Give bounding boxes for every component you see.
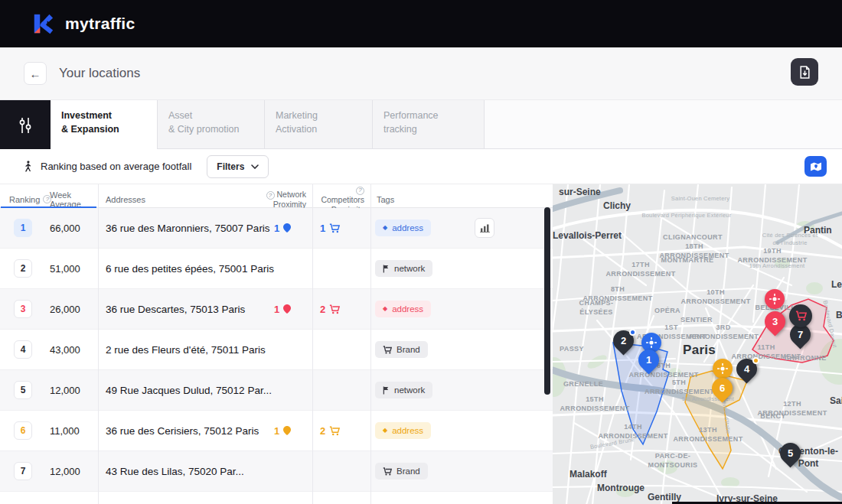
target-marker-yellow[interactable] bbox=[713, 359, 733, 379]
locations-table: Ranking ? Week Average Addresses ? Netwo… bbox=[0, 184, 553, 504]
week-average-cell: 66,000 bbox=[50, 223, 98, 234]
map-label: Saint-Ouen Cemetery bbox=[666, 195, 735, 203]
cart-icon bbox=[329, 223, 340, 233]
tags-cell: Brand bbox=[370, 463, 553, 480]
address-cell: 36 rue Descartes, 75013 Paris bbox=[98, 304, 260, 315]
tag-brand: Brand bbox=[375, 341, 428, 358]
export-button[interactable] bbox=[791, 58, 818, 86]
map-pin-1[interactable]: 1 bbox=[638, 350, 659, 376]
tags-cell: network bbox=[370, 382, 553, 398]
brand-name: mytraffic bbox=[65, 15, 135, 33]
tags-cell: Brand bbox=[370, 341, 553, 358]
map-label: 5TH ARRONDISSEMENT bbox=[645, 379, 713, 396]
tags-cell: ◆ address bbox=[370, 219, 553, 236]
filters-button[interactable]: Filters bbox=[207, 155, 269, 178]
info-icon[interactable]: ? bbox=[356, 187, 364, 195]
header-network-proximity[interactable]: ? Network Proximity bbox=[260, 190, 312, 210]
week-average-cell: 12,000 bbox=[50, 466, 98, 477]
rank-cell: 1 bbox=[0, 219, 50, 237]
walking-person-icon bbox=[23, 161, 33, 172]
filters-panel-toggle[interactable] bbox=[0, 100, 51, 149]
table-row[interactable]: 6 11,000 36 rue des Cerisiers, 75012 Par… bbox=[0, 411, 553, 451]
table-row[interactable]: 2 51,000 6 rue des petites épées, 75001 … bbox=[0, 249, 553, 289]
week-average-cell: 12,000 bbox=[50, 385, 98, 396]
flag-icon bbox=[383, 386, 390, 395]
tags-cell: ◆ address bbox=[370, 301, 553, 317]
week-average-cell: 43,000 bbox=[50, 344, 98, 356]
map-pin-4[interactable]: 4 bbox=[736, 359, 757, 385]
network-proximity-cell: 1 bbox=[260, 223, 312, 234]
competitors-proximity-cell: 2 bbox=[312, 425, 370, 437]
address-cell: 43 Rue des Lilas, 75020 Par... bbox=[98, 466, 260, 477]
back-button[interactable]: ← bbox=[24, 62, 47, 85]
map-label: Ba bbox=[836, 310, 842, 322]
map-label: Clichy bbox=[603, 200, 631, 213]
tag-brand: Brand bbox=[375, 463, 428, 480]
header-addresses[interactable]: Addresses bbox=[98, 195, 260, 204]
address-cell: 36 rue des Maronniers, 75007 Paris bbox=[98, 223, 260, 234]
flag-icon bbox=[383, 265, 390, 273]
diamond-icon: ◆ bbox=[383, 306, 387, 312]
sliders-icon bbox=[17, 116, 34, 133]
map-label: CHARONNE bbox=[775, 354, 836, 363]
rank-badge: 7 bbox=[14, 462, 32, 480]
competitor-cart-marker[interactable] bbox=[789, 304, 812, 327]
map-label: OPÉRA bbox=[645, 307, 690, 316]
rank-badge: 2 bbox=[14, 259, 32, 278]
cart-icon bbox=[329, 304, 340, 314]
main-content: Ranking ? Week Average Addresses ? Netwo… bbox=[0, 184, 842, 504]
header-tags[interactable]: Tags bbox=[370, 195, 553, 204]
address-cell: 36 rue des Cerisiers, 75012 Paris bbox=[98, 425, 260, 437]
tags-cell: network bbox=[370, 260, 553, 277]
map-label: GRENELLE bbox=[553, 380, 614, 389]
target-marker-red[interactable] bbox=[765, 289, 785, 309]
tab-investment-expansion[interactable]: Investment & Expansion bbox=[51, 100, 157, 149]
table-row[interactable]: 3 26,000 36 rue Descartes, 75013 Paris 1… bbox=[0, 289, 553, 330]
map-label: Cité des Sciences et de l'Industrie bbox=[761, 232, 819, 247]
map-canvas[interactable]: sur-Seine Clichy Saint-Ouen Cemetery Bou… bbox=[553, 184, 842, 504]
table-row[interactable]: 4 43,000 2 rue des Fleurs d'été, 75011 P… bbox=[0, 330, 553, 370]
tab-performance-tracking[interactable]: Performance tracking bbox=[372, 100, 484, 149]
header-ranking[interactable]: Ranking ? bbox=[0, 195, 50, 204]
table-scrollbar[interactable] bbox=[544, 207, 550, 395]
map-pin-3[interactable]: 3 bbox=[765, 311, 785, 337]
map-pin-6[interactable]: 6 bbox=[712, 378, 733, 404]
tag-address: ◆ address bbox=[375, 301, 431, 317]
rank-badge: 6 bbox=[14, 421, 32, 440]
map-label-paris: Paris bbox=[683, 342, 716, 359]
table-row[interactable]: 1 66,000 36 rue des Maronniers, 75007 Pa… bbox=[0, 208, 553, 249]
tag-network: network bbox=[375, 260, 432, 277]
tab-strip: Investment & Expansion Asset & City prom… bbox=[0, 99, 842, 149]
week-average-cell: 11,000 bbox=[50, 425, 98, 437]
address-cell: 6 rue des petites épées, 75001 Paris bbox=[98, 263, 260, 275]
map-pin-5[interactable]: 5 bbox=[780, 443, 801, 469]
map-label: 13TH ARRONDISSEMENT bbox=[666, 426, 750, 444]
map-label: BERCY bbox=[750, 412, 796, 421]
map-view-button[interactable] bbox=[804, 156, 827, 177]
table-row[interactable]: 5 12,000 49 Rue Jacques Dulud, 75012 Par… bbox=[0, 370, 553, 411]
tab-strip-filler bbox=[484, 100, 842, 149]
target-icon bbox=[769, 294, 780, 304]
target-icon bbox=[646, 337, 657, 348]
tab-asset-city-promotion[interactable]: Asset & City promotion bbox=[157, 100, 264, 149]
address-cell: 2 rue des Fleurs d'été, 75011 Paris bbox=[98, 344, 260, 356]
map-label: 6TH ARRONDISSEMENT bbox=[622, 362, 706, 379]
network-proximity-cell: 1 bbox=[260, 425, 312, 437]
tab-marketing-activation[interactable]: Marketing Activation bbox=[264, 100, 372, 149]
map-icon bbox=[810, 161, 822, 172]
tags-cell: ◆ address bbox=[370, 422, 553, 439]
row-chart-button[interactable] bbox=[475, 218, 494, 238]
map-label: Saint bbox=[830, 395, 842, 408]
rank-cell: 3 bbox=[0, 300, 50, 318]
rank-cell: 6 bbox=[0, 421, 50, 440]
map-label: Les bbox=[831, 279, 842, 291]
mytraffic-logo-icon bbox=[31, 12, 54, 35]
info-icon[interactable]: ? bbox=[266, 191, 275, 200]
rank-badge: 3 bbox=[14, 300, 32, 318]
tag-address: ◆ address bbox=[375, 422, 431, 439]
table-row[interactable]: 7 12,000 43 Rue des Lilas, 75020 Par... … bbox=[0, 451, 553, 492]
map-pin-2[interactable]: 2 bbox=[613, 330, 634, 356]
target-icon bbox=[717, 363, 728, 374]
map-pin-7[interactable]: 7 bbox=[790, 324, 811, 350]
ranking-toolbar: Ranking based on average footfall Filter… bbox=[0, 149, 842, 184]
